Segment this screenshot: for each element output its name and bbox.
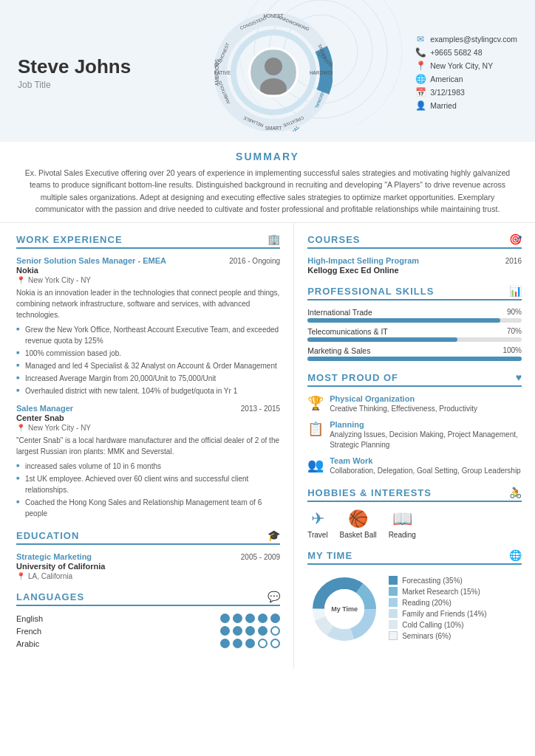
dot-5 [270,626,280,636]
teamwork-icon: 👥 [307,457,324,473]
email-icon: ✉ [415,34,426,44]
work-experience-title: WORK EXPERIENCE [16,234,123,245]
dot-1 [220,614,230,623]
hobbies-list: ✈ Travel 🏀 Basket Ball 📖 Reading [307,509,522,539]
dot-3 [245,626,255,636]
proud-3-desc: Collaboration, Delegation, Goal Setting,… [330,466,521,476]
dot-3 [245,639,255,648]
lang-dots [220,626,280,636]
skill-2-bar-bg [307,337,522,342]
skill-3-name: Marketing & Sales [307,346,370,355]
my-time-header: MY TIME 🌐 [307,549,522,565]
job-2-company: Center Snab [16,413,280,422]
bullet-item: 100% commission based job. [16,348,280,359]
dot-4 [258,639,268,648]
most-proud-section: MOST PROUD OF ♥ 🏆 Physical Organization … [307,371,522,476]
professional-skills-section: PROFESSIONAL SKILLS 📊 International Trad… [307,285,522,361]
job-1-dates: 2016 - Ongoing [229,257,280,265]
lang-item-arabic: Arabic [16,639,280,648]
job-item-1: Senior Solution Sales Manager - EMEA 201… [16,256,280,396]
donut-chart: My Time [307,572,381,646]
time-icon: 🌐 [509,549,522,561]
planning-icon: 📋 [307,421,324,437]
proud-item-2-content: Planning Analyzing Issues, Decision Maki… [330,420,522,450]
dot-4 [258,626,268,636]
proud-icon: ♥ [516,371,522,383]
basketball-label: Basket Ball [340,531,377,539]
job-2-bullets: increased sales volume of 10 in 6 months… [16,461,280,519]
job-1-bullets: Grew the New York Office, Northeast Acco… [16,324,280,396]
proud-item-1-content: Physical Organization Creative Thinking,… [330,394,477,414]
skill-2-name: Telecomunications & IT [307,327,388,336]
skill-3-pct: 100% [502,346,522,355]
dot-4 [258,614,268,623]
hobbies-title: HOBBIES & INTERESTS [307,487,432,498]
legend-color-5 [389,620,398,629]
legend-label-6: Seminars (6%) [402,632,451,640]
skills-title: PROFESSIONAL SKILLS [307,286,434,297]
legend-label-2: Market Research (15%) [402,588,480,596]
skills-wheel: HONEST CONSISTENT HARDWORKING SMART PROF… [214,13,333,131]
job-2-location: 📍 New York City - NY [16,424,280,432]
work-experience-section: WORK EXPERIENCE 🏢 Senior Solution Sales … [16,233,280,519]
legend-color-1 [389,576,398,585]
proud-item-3: 👥 Team Work Collaboration, Delegation, G… [307,456,522,476]
graduation-icon: 🎓 [268,529,280,541]
edu-1-school: University of California [16,562,280,571]
dot-5 [270,614,280,623]
hobby-basketball: 🏀 Basket Ball [340,509,377,539]
basketball-icon: 🏀 [348,509,368,529]
edu-1-header: Strategic Marketing 2005 - 2009 [16,552,280,561]
full-name: Steve Johns [18,55,131,78]
legend-cold-calling: Cold Calling (10%) [389,620,486,629]
skill-item-1: International Trade 90% [307,308,522,323]
job-1-title: Senior Solution Sales Manager - EMEA [16,256,166,265]
legend-seminars: Seminars (6%) [389,631,486,640]
dot-2 [233,626,242,636]
legend-color-3 [389,598,398,607]
right-column: COURSES 🎯 High-Impact Selling Program 20… [294,223,535,669]
donut-center-label: My Time [331,605,358,613]
job-1-location: 📍 New York City - NY [16,276,280,284]
course-1-header: High-Impact Selling Program 2016 [307,256,522,265]
legend-label-5: Cold Calling (10%) [402,621,463,629]
location-pin-icon: 📍 [16,424,25,432]
work-icon: 🏢 [268,233,280,245]
legend-market-research: Market Research (15%) [389,587,486,596]
lang-name: Arabic [16,639,68,648]
contact-dob: 📅 3/12/1983 [415,87,517,97]
course-1-dates: 2016 [505,257,522,265]
contact-phone: 📞 +9665 5682 48 [415,47,517,58]
legend-label-3: Reading (20%) [402,599,451,607]
legend-label-4: Family and Friends (14%) [402,610,486,618]
edu-1-dates: 2005 - 2009 [241,553,280,561]
languages-title: LANGUAGES [16,591,84,602]
course-1-name: High-Impact Selling Program [307,256,419,265]
skills-icon: 📊 [509,285,522,297]
course-item-1: High-Impact Selling Program 2016 Kellogg… [307,256,522,275]
location-pin-icon: 📍 [16,572,25,580]
hobby-reading: 📖 Reading [389,509,416,539]
proud-title: MOST PROUD OF [307,372,398,383]
proud-1-title: Physical Organization [330,394,477,403]
course-1-school: Kellogg Exec Ed Online [307,266,522,275]
legend-label-1: Forecasting (35%) [402,577,463,585]
status-icon: 👤 [415,100,426,111]
courses-section: COURSES 🎯 High-Impact Selling Program 20… [307,233,522,275]
contact-email: ✉ examples@stylingcv.com [415,34,517,44]
last-name: Johns [75,55,132,78]
dot-2 [233,614,242,623]
profile-photo [248,47,299,97]
svg-text:HARDWORKING: HARDWORKING [310,70,333,75]
dot-1 [220,639,230,648]
skill-item-3: Marketing & Sales 100% [307,346,522,361]
bullet-item: 1st UK employee. Achieved over 60 client… [16,473,280,495]
contact-location: 📍 New York City, NY [415,61,517,71]
legend-family: Family and Friends (14%) [389,609,486,618]
summary-text: Ex. Pivotal Sales Executive offering ove… [21,167,514,215]
bullet-item: Increased Average Margin from 20,000/Uni… [16,373,280,384]
skills-header: PROFESSIONAL SKILLS 📊 [307,285,522,300]
time-content: My Time Forecasting (35%) Market Researc… [307,572,522,646]
reading-icon: 📖 [392,509,412,529]
summary-title: SUMMARY [21,151,514,162]
